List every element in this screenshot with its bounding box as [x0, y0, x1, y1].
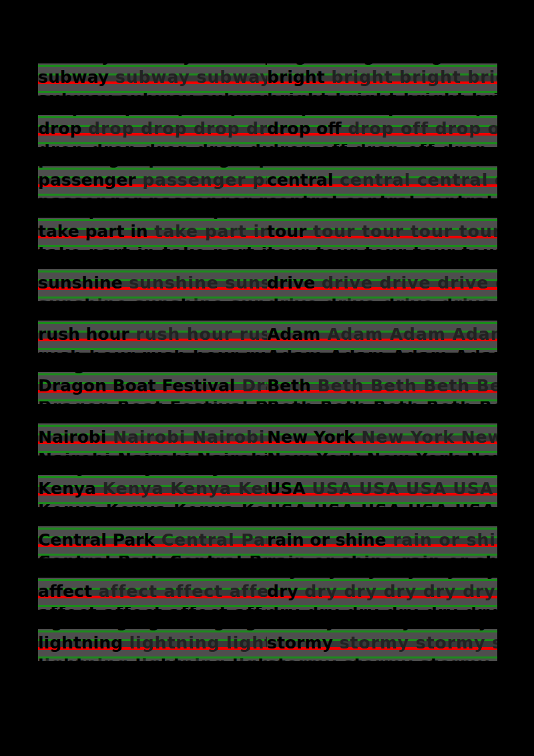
word-row: drop drop drop drop drop drop drop drop …	[38, 115, 497, 147]
trace-text-left: Central Park Central Park Central Park C…	[155, 530, 267, 550]
word-cell-left: affect affect affect affect affect affec…	[38, 578, 267, 610]
trace-text-right: dry dry dry dry dry dry dry dry dry dry …	[298, 582, 497, 601]
trace-text-left: passenger passenger passenger passenger …	[136, 170, 267, 190]
practice-line-row: passenger passenger passenger passenger …	[38, 166, 497, 198]
vocab-word-left: Central Park	[38, 530, 155, 550]
vocab-word-right: tour	[267, 222, 306, 241]
trace-text-right: rain or shine rain or shine rain or shin…	[386, 530, 497, 550]
vocab-word-left: Dragon Boat Festival	[38, 376, 235, 395]
trace-text-left: rush hour rush hour rush hour rush hour …	[129, 325, 267, 344]
practice-line-row: rush hour rush hour rush hour rush hour …	[38, 321, 497, 353]
vocab-word-left: affect	[38, 582, 92, 601]
trace-text-right: drop off drop off drop off drop off drop…	[341, 119, 497, 138]
vocab-word-right: drive	[267, 273, 315, 293]
word-cell-right: Adam Adam Adam Adam Adam Adam Adam Adam …	[267, 321, 497, 353]
practice-line-row: lightning lightning lightning lightning …	[38, 629, 497, 661]
trace-text-right: New York New York New York New York New …	[355, 427, 497, 447]
vocab-word-left: sunshine	[38, 273, 122, 293]
word-cell-left: take part in take part in take part in t…	[38, 218, 267, 250]
trace-text-left: affect affect affect affect affect affec…	[92, 582, 267, 601]
word-row: Nairobi Nairobi Nairobi Nairobi Nairobi …	[38, 423, 497, 455]
vocab-word-left: Nairobi	[38, 427, 106, 447]
word-row: subway subway subway subway subway subwa…	[38, 63, 497, 96]
practice-line-row: Dragon Boat Festival Dragon Boat Festiva…	[38, 372, 497, 404]
word-cell-left: lightning lightning lightning lightning …	[38, 629, 267, 661]
vocab-word-left: drop	[38, 119, 81, 138]
vocab-word-right: drop off	[267, 119, 341, 138]
word-cell-right: New York New York New York New York New …	[267, 423, 497, 455]
trace-text-left: Dragon Boat Festival Dragon Boat Festiva…	[235, 376, 267, 395]
vocab-word-right: New York	[267, 427, 355, 447]
trace-text-left: lightning lightning lightning lightning …	[123, 633, 267, 652]
practice-line-row: Central Park Central Park Central Park C…	[38, 526, 497, 558]
worksheet-page: subway subway subway subway subway subwa…	[0, 0, 534, 756]
practice-line-row: drop drop drop drop drop drop drop drop …	[38, 115, 497, 147]
trace-text-right: drive drive drive drive drive drive driv…	[315, 273, 497, 293]
word-cell-left: Kenya Kenya Kenya Kenya Kenya Kenya Keny…	[38, 475, 267, 507]
practice-line-row: affect affect affect affect affect affec…	[38, 578, 497, 610]
word-row: lightning lightning lightning lightning …	[38, 629, 497, 661]
word-row: take part in take part in take part in t…	[38, 218, 497, 250]
trace-text-right: bright bright bright bright bright brigh…	[324, 67, 497, 87]
word-cell-left: rush hour rush hour rush hour rush hour …	[38, 321, 267, 353]
word-cell-right: USA USA USA USA USA USA USA USA USA USA …	[267, 475, 497, 507]
practice-line-row: sunshine sunshine sunshine sunshine suns…	[38, 269, 497, 301]
vocab-word-right: USA	[267, 479, 306, 498]
trace-text-left: subway subway subway subway subway subwa…	[109, 67, 267, 87]
word-cell-left: passenger passenger passenger passenger …	[38, 166, 267, 198]
trace-text-right: Adam Adam Adam Adam Adam Adam Adam Adam …	[320, 325, 497, 344]
trace-text-right: Beth Beth Beth Beth Beth Beth Beth Beth …	[311, 376, 497, 395]
word-cell-right: drive drive drive drive drive drive driv…	[267, 269, 497, 301]
word-cell-left: Dragon Boat Festival Dragon Boat Festiva…	[38, 372, 267, 404]
word-cell-left: drop drop drop drop drop drop drop drop …	[38, 115, 267, 147]
trace-text-right: USA USA USA USA USA USA USA USA USA USA …	[306, 479, 497, 498]
vocab-word-right: bright	[267, 67, 324, 87]
vocab-word-left: Kenya	[38, 479, 96, 498]
vocab-word-right: Beth	[267, 376, 311, 395]
word-cell-right: bright bright bright bright bright brigh…	[267, 63, 497, 96]
practice-line-row: Nairobi Nairobi Nairobi Nairobi Nairobi …	[38, 423, 497, 455]
word-cell-right: drop off drop off drop off drop off drop…	[267, 115, 497, 147]
word-row: affect affect affect affect affect affec…	[38, 578, 497, 610]
worksheet-area: subway subway subway subway subway subwa…	[38, 63, 497, 661]
trace-text-right: tour tour tour tour tour tour tour tour …	[306, 222, 497, 241]
vocab-word-left: passenger	[38, 170, 136, 190]
word-row: Dragon Boat Festival Dragon Boat Festiva…	[38, 372, 497, 404]
vocab-word-right: Adam	[267, 325, 320, 344]
word-cell-right: tour tour tour tour tour tour tour tour …	[267, 218, 497, 250]
word-cell-right: stormy stormy stormy stormy stormy storm…	[267, 629, 497, 661]
word-row: Kenya Kenya Kenya Kenya Kenya Kenya Keny…	[38, 475, 497, 507]
trace-text-right: stormy stormy stormy stormy stormy storm…	[333, 633, 497, 652]
vocab-word-left: lightning	[38, 633, 123, 652]
word-cell-right: dry dry dry dry dry dry dry dry dry dry …	[267, 578, 497, 610]
vocab-word-right: dry	[267, 582, 298, 601]
word-row: Central Park Central Park Central Park C…	[38, 526, 497, 558]
trace-text-right: central central central central central …	[333, 170, 497, 190]
vocab-word-right: central	[267, 170, 333, 190]
trace-text-left: drop drop drop drop drop drop drop drop …	[81, 119, 267, 138]
trace-text-left: Kenya Kenya Kenya Kenya Kenya Kenya Keny…	[96, 479, 267, 498]
trace-text-left: take part in take part in take part in t…	[148, 222, 267, 241]
word-row: rush hour rush hour rush hour rush hour …	[38, 321, 497, 353]
word-cell-right: rain or shine rain or shine rain or shin…	[267, 526, 497, 558]
practice-line-row: take part in take part in take part in t…	[38, 218, 497, 250]
practice-line-row: Kenya Kenya Kenya Kenya Kenya Kenya Keny…	[38, 475, 497, 507]
word-cell-right: central central central central central …	[267, 166, 497, 198]
vocab-word-right: rain or shine	[267, 530, 386, 550]
word-row: passenger passenger passenger passenger …	[38, 166, 497, 198]
vocab-word-left: rush hour	[38, 325, 129, 344]
word-cell-left: Central Park Central Park Central Park C…	[38, 526, 267, 558]
practice-line-row: subway subway subway subway subway subwa…	[38, 63, 497, 96]
word-cell-left: subway subway subway subway subway subwa…	[38, 63, 267, 96]
trace-text-left: Nairobi Nairobi Nairobi Nairobi Nairobi …	[106, 427, 267, 447]
vocab-word-left: subway	[38, 67, 109, 87]
word-cell-right: Beth Beth Beth Beth Beth Beth Beth Beth …	[267, 372, 497, 404]
word-row: sunshine sunshine sunshine sunshine suns…	[38, 269, 497, 301]
vocab-word-left: take part in	[38, 222, 148, 241]
vocab-word-right: stormy	[267, 633, 333, 652]
word-cell-left: Nairobi Nairobi Nairobi Nairobi Nairobi …	[38, 423, 267, 455]
trace-text-left: sunshine sunshine sunshine sunshine suns…	[122, 273, 267, 293]
word-cell-left: sunshine sunshine sunshine sunshine suns…	[38, 269, 267, 301]
